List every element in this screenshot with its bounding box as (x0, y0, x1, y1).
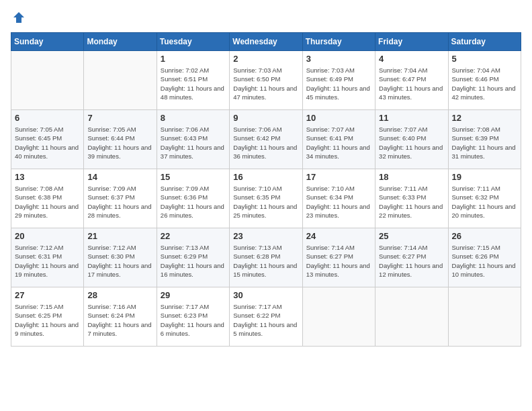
day-info: Sunrise: 7:05 AM Sunset: 6:44 PM Dayligh… (87, 125, 152, 161)
calendar-cell: 13Sunrise: 7:08 AM Sunset: 6:38 PM Dayli… (11, 169, 84, 228)
day-number: 20 (15, 231, 80, 241)
header-wednesday: Wednesday (230, 33, 302, 51)
calendar-cell: 12Sunrise: 7:08 AM Sunset: 6:39 PM Dayli… (448, 110, 521, 169)
day-number: 26 (452, 231, 517, 241)
logo-icon (12, 11, 26, 24)
day-number: 2 (233, 54, 298, 64)
calendar-week-1: 6Sunrise: 7:05 AM Sunset: 6:45 PM Daylig… (11, 110, 521, 169)
day-number: 29 (161, 290, 226, 300)
day-info: Sunrise: 7:06 AM Sunset: 6:42 PM Dayligh… (233, 125, 298, 161)
day-number: 25 (379, 231, 444, 241)
calendar-cell: 29Sunrise: 7:17 AM Sunset: 6:23 PM Dayli… (157, 287, 229, 347)
day-info: Sunrise: 7:02 AM Sunset: 6:51 PM Dayligh… (161, 66, 226, 101)
calendar-cell (11, 51, 84, 110)
day-number: 12 (452, 113, 517, 123)
day-info: Sunrise: 7:12 AM Sunset: 6:31 PM Dayligh… (15, 243, 80, 279)
header-saturday: Saturday (448, 33, 521, 51)
calendar-cell: 9Sunrise: 7:06 AM Sunset: 6:42 PM Daylig… (230, 110, 302, 169)
day-number: 5 (452, 54, 517, 64)
day-number: 10 (306, 113, 371, 123)
calendar-cell: 6Sunrise: 7:05 AM Sunset: 6:45 PM Daylig… (11, 110, 84, 169)
day-number: 4 (379, 54, 444, 64)
calendar-cell (448, 287, 521, 347)
day-number: 27 (15, 290, 80, 300)
calendar-cell: 24Sunrise: 7:14 AM Sunset: 6:27 PM Dayli… (302, 228, 375, 287)
svg-marker-0 (13, 12, 24, 23)
day-number: 18 (379, 172, 444, 182)
calendar-cell: 8Sunrise: 7:06 AM Sunset: 6:43 PM Daylig… (157, 110, 229, 169)
calendar-cell: 3Sunrise: 7:03 AM Sunset: 6:49 PM Daylig… (302, 51, 375, 110)
day-info: Sunrise: 7:07 AM Sunset: 6:41 PM Dayligh… (306, 125, 371, 161)
header-friday: Friday (375, 33, 448, 51)
day-number: 24 (306, 231, 371, 241)
day-info: Sunrise: 7:14 AM Sunset: 6:27 PM Dayligh… (379, 243, 444, 279)
day-info: Sunrise: 7:15 AM Sunset: 6:25 PM Dayligh… (15, 302, 80, 338)
calendar-cell: 11Sunrise: 7:07 AM Sunset: 6:40 PM Dayli… (375, 110, 448, 169)
header-thursday: Thursday (302, 33, 375, 51)
calendar-cell: 19Sunrise: 7:11 AM Sunset: 6:32 PM Dayli… (448, 169, 521, 228)
day-number: 21 (87, 231, 152, 241)
day-number: 22 (161, 231, 226, 241)
day-number: 8 (161, 113, 226, 123)
calendar-cell: 14Sunrise: 7:09 AM Sunset: 6:37 PM Dayli… (84, 169, 157, 228)
calendar-header-row: SundayMondayTuesdayWednesdayThursdayFrid… (11, 33, 521, 51)
day-info: Sunrise: 7:17 AM Sunset: 6:22 PM Dayligh… (233, 302, 298, 338)
calendar-cell: 18Sunrise: 7:11 AM Sunset: 6:33 PM Dayli… (375, 169, 448, 228)
page-header (11, 11, 521, 24)
header-sunday: Sunday (11, 33, 84, 51)
calendar-cell: 25Sunrise: 7:14 AM Sunset: 6:27 PM Dayli… (375, 228, 448, 287)
calendar-cell: 15Sunrise: 7:09 AM Sunset: 6:36 PM Dayli… (157, 169, 229, 228)
day-info: Sunrise: 7:14 AM Sunset: 6:27 PM Dayligh… (306, 243, 371, 279)
calendar-week-0: 1Sunrise: 7:02 AM Sunset: 6:51 PM Daylig… (11, 51, 521, 110)
day-number: 30 (233, 290, 298, 300)
header-monday: Monday (84, 33, 157, 51)
calendar-cell: 20Sunrise: 7:12 AM Sunset: 6:31 PM Dayli… (11, 228, 84, 287)
calendar-cell: 23Sunrise: 7:13 AM Sunset: 6:28 PM Dayli… (230, 228, 302, 287)
day-info: Sunrise: 7:03 AM Sunset: 6:49 PM Dayligh… (306, 66, 371, 101)
day-number: 3 (306, 54, 371, 64)
day-number: 7 (87, 113, 152, 123)
header-tuesday: Tuesday (157, 33, 229, 51)
calendar-cell (375, 287, 448, 347)
calendar-cell: 21Sunrise: 7:12 AM Sunset: 6:30 PM Dayli… (84, 228, 157, 287)
day-number: 17 (306, 172, 371, 182)
day-info: Sunrise: 7:15 AM Sunset: 6:26 PM Dayligh… (452, 243, 517, 279)
day-info: Sunrise: 7:10 AM Sunset: 6:34 PM Dayligh… (306, 184, 371, 220)
day-number: 11 (379, 113, 444, 123)
day-number: 6 (15, 113, 80, 123)
calendar-cell: 26Sunrise: 7:15 AM Sunset: 6:26 PM Dayli… (448, 228, 521, 287)
calendar-cell (302, 287, 375, 347)
day-info: Sunrise: 7:11 AM Sunset: 6:33 PM Dayligh… (379, 184, 444, 220)
calendar-cell: 22Sunrise: 7:13 AM Sunset: 6:29 PM Dayli… (157, 228, 229, 287)
day-info: Sunrise: 7:09 AM Sunset: 6:37 PM Dayligh… (87, 184, 152, 220)
day-info: Sunrise: 7:13 AM Sunset: 6:29 PM Dayligh… (161, 243, 226, 279)
calendar-cell: 10Sunrise: 7:07 AM Sunset: 6:41 PM Dayli… (302, 110, 375, 169)
day-info: Sunrise: 7:12 AM Sunset: 6:30 PM Dayligh… (87, 243, 152, 279)
calendar-cell: 28Sunrise: 7:16 AM Sunset: 6:24 PM Dayli… (84, 287, 157, 347)
day-info: Sunrise: 7:08 AM Sunset: 6:39 PM Dayligh… (452, 125, 517, 161)
day-number: 13 (15, 172, 80, 182)
calendar-cell: 30Sunrise: 7:17 AM Sunset: 6:22 PM Dayli… (230, 287, 302, 347)
day-number: 19 (452, 172, 517, 182)
calendar-cell: 2Sunrise: 7:03 AM Sunset: 6:50 PM Daylig… (230, 51, 302, 110)
day-info: Sunrise: 7:09 AM Sunset: 6:36 PM Dayligh… (161, 184, 226, 220)
calendar-cell (84, 51, 157, 110)
day-info: Sunrise: 7:16 AM Sunset: 6:24 PM Dayligh… (87, 302, 152, 338)
day-number: 9 (233, 113, 298, 123)
day-info: Sunrise: 7:17 AM Sunset: 6:23 PM Dayligh… (161, 302, 226, 338)
day-info: Sunrise: 7:07 AM Sunset: 6:40 PM Dayligh… (379, 125, 444, 161)
calendar-table: SundayMondayTuesdayWednesdayThursdayFrid… (11, 32, 521, 347)
calendar-cell: 1Sunrise: 7:02 AM Sunset: 6:51 PM Daylig… (157, 51, 229, 110)
calendar-cell: 4Sunrise: 7:04 AM Sunset: 6:47 PM Daylig… (375, 51, 448, 110)
day-number: 14 (87, 172, 152, 182)
calendar-week-2: 13Sunrise: 7:08 AM Sunset: 6:38 PM Dayli… (11, 169, 521, 228)
logo (11, 11, 26, 24)
calendar-week-4: 27Sunrise: 7:15 AM Sunset: 6:25 PM Dayli… (11, 287, 521, 347)
calendar-cell: 5Sunrise: 7:04 AM Sunset: 6:46 PM Daylig… (448, 51, 521, 110)
calendar-cell: 17Sunrise: 7:10 AM Sunset: 6:34 PM Dayli… (302, 169, 375, 228)
calendar-cell: 16Sunrise: 7:10 AM Sunset: 6:35 PM Dayli… (230, 169, 302, 228)
day-info: Sunrise: 7:08 AM Sunset: 6:38 PM Dayligh… (15, 184, 80, 220)
day-number: 16 (233, 172, 298, 182)
day-info: Sunrise: 7:03 AM Sunset: 6:50 PM Dayligh… (233, 66, 298, 101)
day-info: Sunrise: 7:10 AM Sunset: 6:35 PM Dayligh… (233, 184, 298, 220)
